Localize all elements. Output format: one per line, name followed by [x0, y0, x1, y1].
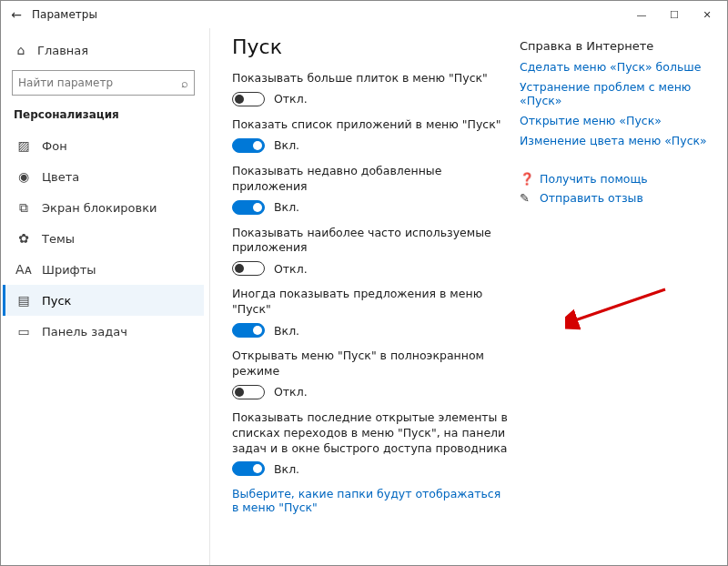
setting-recent-items: Показывать последние открытые элементы в…: [232, 410, 511, 477]
picture-icon: ▨: [16, 138, 31, 153]
setting-label: Показывать больше плиток в меню "Пуск": [232, 71, 511, 86]
page-title: Пуск: [232, 35, 511, 58]
home-link[interactable]: ⌂ Главная: [3, 35, 204, 65]
help-link[interactable]: Сделать меню «Пуск» больше: [520, 60, 711, 74]
toggle-app-list[interactable]: [232, 138, 265, 153]
sidebar-item-fonts[interactable]: Aᴀ Шрифты: [3, 254, 204, 285]
setting-more-tiles: Показывать больше плиток в меню "Пуск" О…: [232, 71, 511, 106]
body: ⌂ Главная ⌕ Персонализация ▨ Фон ◉ Цвета…: [1, 28, 727, 565]
window-controls: — ☐ ✕: [625, 2, 723, 27]
search-input[interactable]: [18, 76, 181, 89]
setting-app-list: Показать список приложений в меню "Пуск"…: [232, 117, 511, 153]
toggle-state: Вкл.: [274, 200, 299, 214]
search-icon: ⌕: [181, 76, 188, 90]
sidebar-item-label: Цвета: [42, 170, 79, 184]
sidebar-item-lockscreen[interactable]: ⧉ Экран блокировки: [3, 192, 204, 223]
sidebar-item-label: Панель задач: [42, 325, 127, 339]
sidebar-item-taskbar[interactable]: ▭ Панель задач: [3, 316, 204, 347]
setting-label: Открывать меню "Пуск" в полноэкранном ре…: [232, 349, 511, 379]
settings-window: ← Параметры — ☐ ✕ ⌂ Главная ⌕ Персонализ…: [0, 0, 728, 566]
help-panel: Справка в Интернете Сделать меню «Пуск» …: [520, 32, 711, 565]
help-icon: ❓: [520, 172, 532, 186]
sidebar: ⌂ Главная ⌕ Персонализация ▨ Фон ◉ Цвета…: [1, 28, 210, 565]
setting-label: Показать список приложений в меню "Пуск": [232, 117, 511, 133]
window-title: Параметры: [28, 8, 625, 21]
setting-label: Показывать последние открытые элементы в…: [232, 410, 511, 457]
get-help-link[interactable]: Получить помощь: [540, 172, 648, 186]
search-box[interactable]: ⌕: [12, 70, 195, 96]
feedback-link[interactable]: Отправить отзыв: [540, 191, 643, 205]
content: Пуск Показывать больше плиток в меню "Пу…: [232, 32, 511, 565]
setting-label: Показывать наиболее часто используемые п…: [232, 226, 511, 257]
toggle-fullscreen[interactable]: [232, 385, 265, 399]
sidebar-item-label: Экран блокировки: [42, 201, 157, 215]
toggle-recent-items[interactable]: [232, 461, 265, 476]
sidebar-item-label: Шрифты: [42, 263, 96, 277]
help-link[interactable]: Устранение проблем с меню «Пуск»: [520, 80, 711, 107]
close-button[interactable]: ✕: [691, 2, 723, 27]
toggle-suggestions[interactable]: [232, 323, 265, 338]
feedback-icon: ✎: [520, 191, 532, 205]
toggle-state: Откл.: [274, 385, 308, 399]
setting-label: Иногда показывать предложения в меню "Пу…: [232, 287, 511, 318]
setting-label: Показывать недавно добавленные приложени…: [232, 164, 511, 195]
section-label: Персонализация: [3, 105, 204, 130]
toggle-state: Вкл.: [274, 462, 299, 476]
themes-icon: ✿: [16, 231, 31, 246]
setting-recent-apps: Показывать недавно добавленные приложени…: [232, 164, 511, 215]
palette-icon: ◉: [16, 169, 31, 184]
toggle-more-tiles[interactable]: [232, 92, 265, 106]
get-help-row[interactable]: ❓ Получить помощь: [520, 172, 711, 186]
sidebar-item-start[interactable]: ▤ Пуск: [3, 285, 204, 316]
toggle-state: Откл.: [274, 262, 308, 276]
toggle-most-used[interactable]: [232, 261, 265, 276]
help-link[interactable]: Изменение цвета меню «Пуск»: [520, 134, 711, 147]
sidebar-item-colors[interactable]: ◉ Цвета: [3, 161, 204, 192]
sidebar-item-label: Пуск: [42, 294, 71, 308]
toggle-state: Откл.: [274, 92, 308, 106]
toggle-recent-apps[interactable]: [232, 200, 265, 215]
help-heading: Справка в Интернете: [520, 39, 711, 53]
fonts-icon: Aᴀ: [16, 262, 31, 277]
sidebar-item-background[interactable]: ▨ Фон: [3, 130, 204, 161]
sidebar-item-themes[interactable]: ✿ Темы: [3, 223, 204, 254]
toggle-state: Вкл.: [274, 324, 299, 338]
setting-suggestions: Иногда показывать предложения в меню "Пу…: [232, 287, 511, 338]
toggle-state: Вкл.: [274, 138, 299, 152]
minimize-button[interactable]: —: [625, 2, 658, 27]
back-button[interactable]: ←: [5, 7, 28, 22]
titlebar: ← Параметры — ☐ ✕: [1, 1, 727, 28]
help-link[interactable]: Открытие меню «Пуск»: [520, 114, 711, 127]
folders-link[interactable]: Выберите, какие папки будут отображаться…: [232, 487, 511, 514]
home-label: Главная: [37, 44, 88, 57]
setting-most-used: Показывать наиболее часто используемые п…: [232, 226, 511, 277]
start-icon: ▤: [16, 293, 31, 308]
maximize-button[interactable]: ☐: [658, 2, 691, 27]
home-icon: ⌂: [14, 43, 28, 57]
taskbar-icon: ▭: [16, 324, 31, 339]
setting-fullscreen: Открывать меню "Пуск" в полноэкранном ре…: [232, 349, 511, 399]
lockscreen-icon: ⧉: [16, 200, 31, 216]
feedback-row[interactable]: ✎ Отправить отзыв: [520, 191, 711, 205]
sidebar-item-label: Фон: [42, 139, 67, 153]
sidebar-item-label: Темы: [42, 232, 75, 246]
main: Пуск Показывать больше плиток в меню "Пу…: [210, 28, 727, 565]
